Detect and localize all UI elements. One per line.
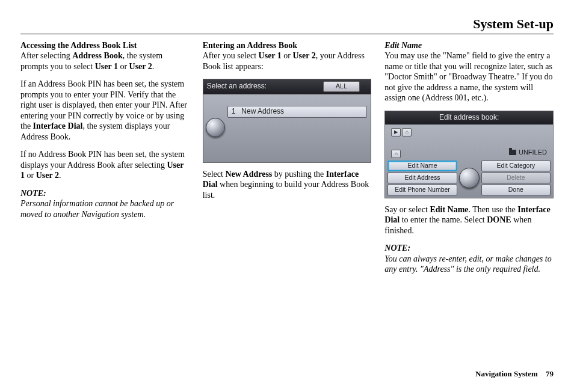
term-edit-name: Edit Name — [430, 205, 468, 214]
home-marker-icon: ⌂ — [402, 128, 412, 136]
screen-header: Edit address book: — [385, 111, 553, 124]
text: After you select — [203, 51, 259, 60]
term-user1: User 1 — [95, 62, 118, 71]
list-row-new-address[interactable]: 1 New Address — [227, 106, 368, 118]
term-address-book: Address Book — [72, 51, 122, 60]
term-interface-dial: Interface Dial — [33, 121, 83, 130]
text: If no Address Book PIN has been set, the… — [20, 150, 185, 170]
term-user2: User 2 — [36, 171, 59, 180]
text: After selecting — [20, 51, 72, 60]
text: Say or select — [384, 205, 430, 214]
edit-address-button[interactable]: Edit Address — [387, 173, 457, 183]
term-user2: User 2 — [129, 62, 152, 71]
filter-all-button[interactable]: ALL — [323, 81, 360, 92]
edit-category-button[interactable]: Edit Category — [481, 161, 551, 171]
screen-header: Select an address: ALL ▶ — [203, 79, 371, 94]
columns: Accessing the Address Book List After se… — [20, 40, 554, 282]
manual-page: System Set-up Accessing the Address Book… — [0, 0, 574, 392]
col2-heading-para: Entering an Address Book After you selec… — [203, 40, 372, 72]
page-footer: Navigation System 79 — [475, 369, 554, 379]
col3-p2: Say or select Edit Name. Then use the In… — [384, 204, 554, 236]
edit-name-button[interactable]: Edit Name — [387, 161, 457, 171]
header-rule — [20, 34, 554, 34]
text: or — [282, 51, 293, 60]
edit-phone-number-button[interactable]: Edit Phone Number — [387, 185, 457, 195]
note-body: You can always re-enter, edit, or make c… — [384, 254, 554, 275]
col3-p1: You may use the "Name" field to give the… — [384, 51, 554, 103]
category-unfiled: UNFILED — [509, 149, 547, 157]
note-label: NOTE: — [384, 243, 554, 254]
unfiled-label: UNFILED — [519, 149, 547, 157]
text: by pushing the — [272, 170, 326, 179]
text: when beginning to build your Address Boo… — [203, 180, 369, 200]
folder-icon — [509, 150, 516, 155]
page-title: System Set-up — [20, 16, 554, 32]
interface-dial-icon[interactable] — [459, 168, 480, 188]
chevron-right-icon[interactable]: ▶ — [363, 84, 367, 89]
text: or — [118, 62, 129, 71]
row-label: New Address — [241, 107, 284, 116]
text: or — [25, 171, 36, 180]
col3-heading: Edit Name — [384, 40, 554, 51]
home-marker-icon: ⌂ — [391, 150, 401, 158]
page-number: 79 — [546, 369, 554, 378]
col2-heading: Entering an Address Book — [203, 41, 297, 50]
text: . — [59, 171, 61, 180]
note-label: NOTE: — [20, 188, 190, 199]
col1-heading: Accessing the Address Book List — [20, 41, 137, 50]
info-area: ▶ ⌂ ⌂ UNFILED — [387, 127, 551, 159]
text: . — [152, 62, 155, 71]
knob-cell — [458, 161, 480, 195]
play-marker-icon: ▶ — [391, 128, 401, 136]
text: . Then use the — [469, 205, 518, 214]
note-body: Personal information cannot be backed up… — [20, 198, 190, 219]
col1-p2: If an Address Book PIN has been set, the… — [20, 79, 190, 142]
term-done: DONE — [487, 215, 511, 224]
footer-label: Navigation System — [475, 369, 538, 378]
button-grid: Edit Name Edit Category Edit Address Del… — [387, 161, 551, 195]
term-new-address: New Address — [225, 170, 272, 179]
text: Select — [203, 170, 226, 179]
text: to enter the name. Select — [400, 215, 487, 224]
column-1: Accessing the Address Book List After se… — [20, 40, 190, 282]
screen-body: 1 New Address — [203, 94, 371, 162]
column-2: Entering an Address Book After you selec… — [203, 40, 372, 282]
row-number: 1 — [232, 107, 236, 116]
screen-header-label: Select an address: — [207, 82, 321, 91]
interface-dial-icon[interactable] — [206, 118, 225, 137]
term-user2: User 2 — [293, 51, 316, 60]
col2-p2: Select New Address by pushing the Interf… — [203, 169, 372, 201]
screenshot-select-address: Select an address: ALL ▶ 1 New Address — [203, 79, 372, 163]
screen-body: ▶ ⌂ ⌂ UNFILED Edit Name Edit Categ — [385, 124, 553, 198]
column-3: Edit Name You may use the "Name" field t… — [384, 40, 554, 282]
delete-button[interactable]: Delete — [481, 173, 551, 183]
col1-p3: If no Address Book PIN has been set, the… — [20, 149, 190, 181]
col1-heading-para: Accessing the Address Book List After se… — [20, 40, 190, 72]
term-user1: User 1 — [259, 51, 282, 60]
screenshot-edit-address-book: Edit address book: ▶ ⌂ ⌂ UNFILED Edit Na… — [384, 111, 554, 198]
done-button[interactable]: Done — [481, 185, 551, 195]
